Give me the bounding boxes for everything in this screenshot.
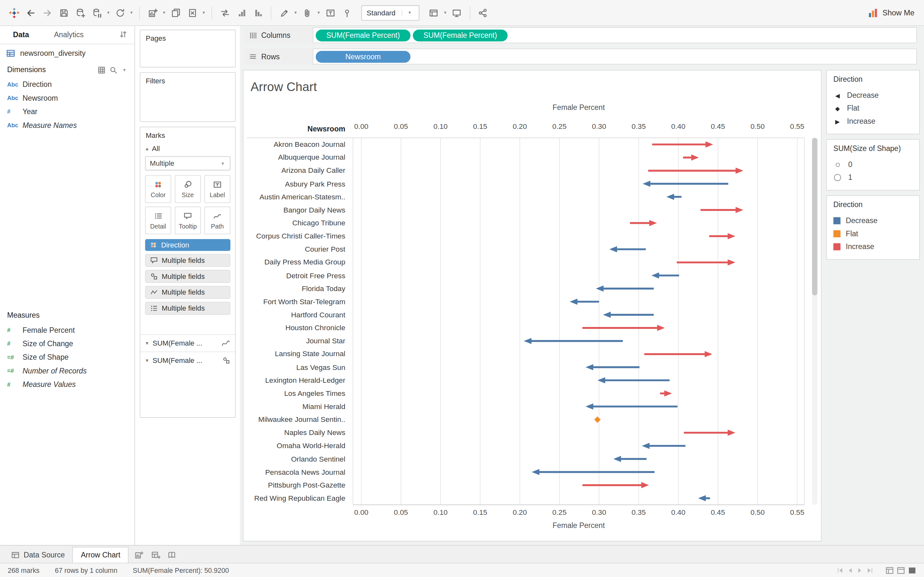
arrow-head[interactable] bbox=[664, 390, 672, 396]
swap-axes-icon[interactable] bbox=[217, 5, 233, 21]
legend-item[interactable]: ◆Flat bbox=[834, 102, 913, 115]
chart-row-label[interactable]: Florida Today bbox=[244, 284, 346, 293]
chart-row-label[interactable]: Fort Worth Star-Telegram bbox=[244, 297, 346, 306]
legend-item[interactable]: ◀Decrease bbox=[834, 89, 913, 102]
arrow-head[interactable] bbox=[531, 469, 540, 475]
arrow-head[interactable] bbox=[643, 181, 650, 187]
last-page-icon[interactable] bbox=[867, 567, 874, 574]
chart-row-label[interactable]: Miami Herald bbox=[244, 402, 346, 411]
new-worksheet-icon[interactable] bbox=[144, 5, 160, 21]
new-worksheet-tab-icon[interactable] bbox=[132, 548, 146, 562]
arrow-head[interactable] bbox=[586, 404, 593, 410]
arrow-head[interactable] bbox=[570, 299, 577, 305]
new-dashboard-tab-icon[interactable] bbox=[149, 548, 163, 562]
undo-icon[interactable] bbox=[23, 5, 39, 21]
chart-row-label[interactable]: Las Vegas Sun bbox=[244, 363, 346, 372]
column-pill[interactable]: SUM(Female Percent) bbox=[316, 29, 410, 41]
group-members-icon[interactable] bbox=[299, 5, 315, 21]
mark-type-select[interactable]: Multiple ▾ bbox=[145, 156, 230, 170]
path-button[interactable]: Path bbox=[204, 206, 230, 234]
arrow-head[interactable] bbox=[657, 325, 665, 331]
columns-shelf-body[interactable]: SUM(Female Percent)SUM(Female Percent) bbox=[313, 27, 917, 43]
tab-data-source[interactable]: Data Source bbox=[3, 548, 73, 563]
marks-pill[interactable]: Multiple fields bbox=[145, 254, 230, 267]
duplicate-sheet-icon[interactable] bbox=[168, 5, 184, 21]
tab-arrow-chart[interactable]: Arrow Chart bbox=[73, 547, 129, 563]
first-page-icon[interactable] bbox=[837, 567, 843, 574]
chart-row-label[interactable]: Asbury Park Press bbox=[244, 179, 346, 189]
expand-chevron-icon[interactable]: ▾ bbox=[145, 358, 148, 363]
arrow-head[interactable] bbox=[642, 443, 650, 449]
find-field-icon[interactable] bbox=[110, 66, 118, 74]
tooltip-button[interactable]: Tooltip bbox=[175, 206, 201, 234]
measure-field[interactable]: =#Size of Shape bbox=[0, 350, 134, 364]
dimension-field[interactable]: AbcNewsroom bbox=[0, 91, 134, 105]
chart-row-label[interactable]: Detroit Free Press bbox=[244, 271, 346, 280]
arrow-head[interactable] bbox=[649, 220, 657, 226]
share-icon[interactable] bbox=[475, 5, 491, 21]
arrow-head[interactable] bbox=[698, 495, 706, 501]
marks-collapsed-row[interactable]: ▾SUM(Female ... bbox=[141, 351, 235, 369]
size-button[interactable]: Size bbox=[175, 175, 201, 203]
filters-shelf[interactable]: Filters bbox=[140, 72, 236, 122]
legend-item[interactable]: ▶Increase bbox=[834, 115, 913, 128]
arrow-head[interactable] bbox=[704, 351, 712, 357]
legend-item[interactable]: 0 bbox=[834, 158, 913, 171]
marks-pill[interactable]: Multiple fields bbox=[145, 270, 230, 283]
highlight-dropdown-caret-icon[interactable]: ▾ bbox=[292, 10, 298, 15]
chart-row-label[interactable]: Chicago Tribune bbox=[244, 218, 346, 228]
arrow-head[interactable] bbox=[596, 285, 604, 292]
chart-row-label[interactable]: Daily Press Media Group bbox=[244, 258, 346, 268]
arrow-head[interactable] bbox=[666, 193, 674, 200]
presentation-mode-icon[interactable] bbox=[449, 5, 465, 21]
redo-icon[interactable] bbox=[39, 5, 55, 21]
clear-sheet-icon[interactable] bbox=[184, 5, 200, 21]
chart-row-label[interactable]: Arizona Daily Caller bbox=[244, 166, 346, 176]
arrow-head[interactable] bbox=[706, 141, 713, 147]
arrow-head[interactable] bbox=[603, 311, 611, 318]
chart-row-label[interactable]: Orlando Sentinel bbox=[244, 454, 346, 464]
arrow-head[interactable] bbox=[586, 364, 593, 370]
swap-panes-icon[interactable] bbox=[119, 30, 128, 40]
highlight-icon[interactable] bbox=[276, 5, 292, 21]
arrow-head[interactable] bbox=[728, 233, 735, 239]
previous-page-icon[interactable] bbox=[846, 567, 853, 574]
marks-pill[interactable]: Direction bbox=[145, 239, 230, 251]
chart-row-label[interactable]: Naples Daily News bbox=[244, 428, 346, 438]
color-button[interactable]: Color bbox=[145, 175, 171, 203]
arrow-head[interactable] bbox=[728, 430, 735, 436]
label-button[interactable]: Label bbox=[204, 175, 230, 203]
show-mark-labels-icon[interactable] bbox=[322, 5, 338, 21]
chart-row-label[interactable]: Hartford Courant bbox=[244, 310, 346, 319]
arrow-head[interactable] bbox=[736, 207, 743, 213]
legend-item[interactable]: Flat bbox=[834, 227, 913, 240]
row-pill[interactable]: Newsroom bbox=[316, 51, 410, 63]
arrow-head[interactable] bbox=[728, 259, 735, 266]
group-dropdown-caret-icon[interactable]: ▾ bbox=[316, 10, 321, 15]
marks-collapsed-row[interactable]: ▾SUM(Female ... bbox=[141, 334, 235, 351]
chart-row-label[interactable]: Lexington Herald-Ledger bbox=[244, 376, 346, 385]
chart-row-label[interactable]: Austin American-Statesm.. bbox=[244, 192, 346, 201]
refresh-dropdown-caret-icon[interactable]: ▾ bbox=[129, 10, 134, 15]
rows-shelf-body[interactable]: Newsroom bbox=[313, 48, 917, 64]
arrow-head[interactable] bbox=[609, 246, 617, 252]
chart-row-label[interactable]: Journal Star bbox=[244, 336, 346, 346]
marks-pill[interactable]: Multiple fields bbox=[145, 286, 230, 299]
pause-dropdown-caret-icon[interactable]: ▾ bbox=[105, 10, 111, 15]
datasource-item[interactable]: newsroom_diversity bbox=[0, 44, 134, 62]
cards-dropdown-caret-icon[interactable]: ▾ bbox=[443, 10, 448, 15]
measure-field[interactable]: #Size of Change bbox=[0, 337, 134, 350]
new-sheet-dropdown-caret-icon[interactable]: ▾ bbox=[161, 10, 167, 15]
new-data-source-icon[interactable] bbox=[72, 5, 88, 21]
measure-field[interactable]: #Measure Values bbox=[0, 378, 134, 391]
chart-row-label[interactable]: Omaha World-Herald bbox=[244, 441, 346, 451]
chart-row-label[interactable]: Akron Beacon Journal bbox=[244, 140, 346, 149]
vertical-scrollbar[interactable] bbox=[812, 138, 817, 505]
marks-all-row[interactable]: ▴ All bbox=[141, 143, 235, 155]
chart-row-label[interactable]: Red Wing Republican Eagle bbox=[244, 493, 346, 503]
dimension-field[interactable]: AbcMeasure Names bbox=[0, 118, 134, 132]
measure-field[interactable]: #Female Percent bbox=[0, 323, 134, 337]
chart-row-label[interactable]: Pittsburgh Post-Gazette bbox=[244, 480, 346, 490]
marks-pill[interactable]: Multiple fields bbox=[145, 302, 230, 315]
chart-row-label[interactable]: Corpus Christi Caller-Times bbox=[244, 231, 346, 241]
